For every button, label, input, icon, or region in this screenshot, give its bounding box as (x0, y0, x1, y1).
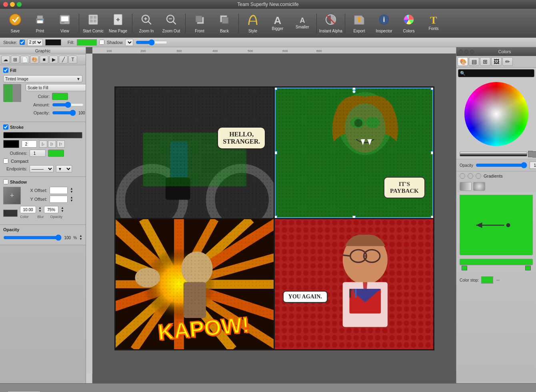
start-comic-button[interactable]: Start Comic (81, 10, 105, 36)
graphic-tab-8[interactable]: T (68, 56, 77, 64)
new-page-button[interactable]: New Page (106, 10, 130, 36)
opacity-num-colors[interactable] (530, 162, 536, 169)
colors-search-input[interactable] (467, 69, 532, 77)
blur-input[interactable] (20, 206, 36, 213)
opacity-range-colors[interactable] (476, 162, 527, 168)
style-button[interactable]: Style (241, 10, 265, 36)
stroke-width-select[interactable]: 2 pt1 pt3 pt (27, 39, 43, 46)
colors-maximize[interactable] (470, 50, 474, 54)
instant-alpha-button[interactable]: Instant Alpha (319, 10, 343, 36)
stroke-color-box[interactable] (45, 39, 61, 46)
colors-tab-pencil[interactable]: ✏ (502, 57, 513, 66)
scale-to-fill-dropdown[interactable]: Scale to Fill ▼ (26, 84, 86, 91)
outline-color-swatch[interactable] (48, 150, 64, 157)
bigger-button[interactable]: A Bigger (266, 10, 290, 36)
shadow-options-select[interactable]: ▼ (125, 39, 133, 46)
stroke-checkbox-panel[interactable] (3, 124, 8, 130)
comic-panel-2[interactable]: IT'SPAYBACK (275, 88, 433, 218)
view-button[interactable]: View (53, 10, 77, 36)
colors-minimize[interactable] (464, 50, 468, 54)
gradient-linear-icon[interactable] (460, 182, 472, 191)
smaller-button[interactable]: A Smaller (290, 10, 314, 36)
graphic-tab-4[interactable]: 🎨 (30, 56, 39, 64)
x-offset-input[interactable]: 4.00 (50, 187, 68, 194)
y-offset-stepper[interactable]: ▲ ▼ (70, 196, 73, 202)
fill-color-swatch[interactable] (52, 93, 68, 100)
x-offset-stepper[interactable]: ▲ ▼ (70, 187, 73, 194)
save-button[interactable]: Save (3, 10, 27, 36)
gradients-toggle-2[interactable] (468, 173, 473, 179)
opacity-stepper[interactable]: ▲ ▼ (79, 234, 82, 241)
shadow-opacity-stepper[interactable]: ▲ ▼ (61, 206, 64, 213)
stroke-align-center[interactable]: |↕ (48, 140, 56, 148)
fill-type-dropdown[interactable]: Tinted Image ▼ (3, 75, 82, 82)
gradients-toggle-1[interactable] (460, 173, 465, 179)
zoom-in-button[interactable]: Zoom In (134, 10, 158, 36)
opacity-slider-top[interactable] (136, 39, 168, 46)
gradients-toggle-3[interactable] (476, 173, 481, 179)
smaller-icon: A (300, 17, 305, 24)
maximize-button[interactable] (17, 2, 22, 7)
gradients-header: Gradients (456, 172, 536, 180)
stroke-checkbox[interactable] (20, 40, 25, 45)
svg-text:i: i (383, 16, 385, 24)
blur-stepper[interactable]: ▲ ▼ (38, 206, 42, 213)
gradient-preview[interactable] (460, 195, 533, 255)
fonts-button[interactable]: T Fonts (422, 10, 446, 36)
graphic-tab-6[interactable]: ▶ (49, 56, 58, 64)
gradient-bar[interactable] (460, 259, 533, 265)
stroke-width-input[interactable] (22, 140, 37, 148)
fill-checkbox[interactable] (3, 68, 8, 73)
shadow-checkbox[interactable] (99, 40, 104, 45)
colors-close[interactable] (459, 50, 463, 54)
stroke-align-left[interactable]: |↓ (39, 140, 47, 148)
export-button[interactable]: Export (347, 10, 371, 36)
main-opacity-slider[interactable] (3, 234, 62, 241)
shadow-checkbox-panel[interactable] (3, 179, 8, 184)
graphic-tab-7[interactable]: ╱ (59, 56, 68, 64)
opacity-slider-fill[interactable] (52, 110, 76, 116)
graphic-tab-3[interactable]: 📄 (20, 56, 29, 64)
color-wheel[interactable] (464, 82, 528, 146)
front-button[interactable]: Front (188, 10, 212, 36)
gradient-stop-left[interactable] (462, 266, 467, 270)
print-button[interactable]: Print (28, 10, 52, 36)
close-button[interactable] (3, 2, 8, 7)
amount-slider[interactable] (52, 102, 84, 108)
comic-panel-3[interactable]: KAPOW! (116, 219, 274, 350)
back-button[interactable]: Back (212, 10, 236, 36)
brightness-slider[interactable] (460, 152, 527, 156)
graphic-tab-2[interactable]: ⊞ (11, 56, 20, 64)
fill-color-box[interactable] (77, 39, 97, 46)
minimize-button[interactable] (10, 2, 15, 7)
stroke-color-box[interactable] (3, 140, 19, 148)
graphic-tab-5[interactable]: ■ (40, 56, 48, 64)
colors-tab-image[interactable]: 🖼 (491, 57, 502, 66)
colors-tab-wheel[interactable]: 🎨 (458, 57, 468, 66)
window-controls[interactable] (3, 2, 22, 7)
color-stop-arrow[interactable]: ↔ (496, 277, 500, 283)
gradient-stop-right[interactable] (525, 266, 531, 270)
shadow-color-swatch[interactable] (3, 210, 18, 217)
center-handle[interactable] (352, 90, 356, 93)
colors-tab-palette[interactable]: ⊞ (480, 57, 490, 66)
graphic-tab-1[interactable]: ☁ (1, 56, 10, 64)
color-stop-swatch[interactable] (481, 276, 493, 284)
colors-tab-sliders[interactable]: ▤ (469, 57, 479, 66)
colors-button[interactable]: Colors (397, 10, 421, 36)
zoom-out-button[interactable]: Zoom Out (159, 10, 183, 36)
compact-checkbox[interactable] (3, 158, 8, 164)
brightness-handle[interactable] (528, 151, 533, 157)
inspector-button[interactable]: i Inspector (372, 10, 396, 36)
shadow-opacity-input[interactable] (44, 206, 58, 213)
outlines-input[interactable] (30, 150, 46, 157)
back-icon (218, 13, 231, 28)
comic-panel-4[interactable]: YOU AGAIN. (275, 219, 433, 350)
stroke-align-right[interactable]: |↑ (57, 140, 65, 148)
endpoints-select[interactable]: ——— (30, 165, 54, 172)
svg-rect-24 (196, 16, 202, 22)
y-offset-input[interactable]: -4.00 (50, 196, 68, 203)
endpoints-select-2[interactable]: ▼ (56, 165, 72, 172)
gradient-radial-icon[interactable] (473, 182, 485, 191)
comic-panel-1[interactable]: HELLO,STRANGER. (116, 88, 274, 218)
